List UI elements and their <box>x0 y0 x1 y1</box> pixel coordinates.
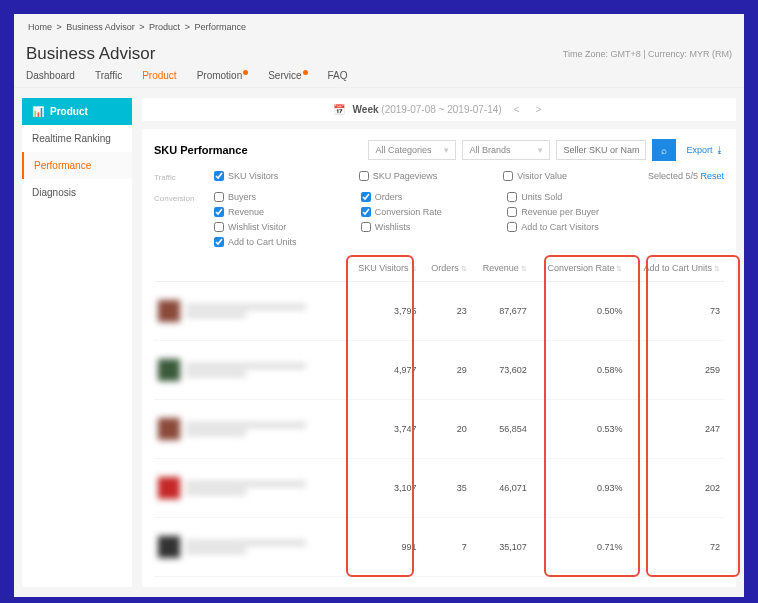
cell-atc: 73 <box>626 282 724 341</box>
notification-dot-icon <box>303 70 308 75</box>
cell-sku-visitors: 3,747 <box>344 400 421 459</box>
cell-revenue: 56,854 <box>471 400 531 459</box>
metric-checkbox-revenue-per-buyer[interactable]: Revenue per Buyer <box>507 207 654 217</box>
reset-link[interactable]: Reset <box>700 171 724 181</box>
cell-orders: 35 <box>421 459 471 518</box>
cell-conversion: 0.93% <box>531 459 627 518</box>
cell-atc: 202 <box>626 459 724 518</box>
sort-icon: ⇅ <box>411 265 417 272</box>
cell-sku-visitors: 991 <box>344 518 421 577</box>
sidebar-item-realtime-ranking[interactable]: Realtime Ranking <box>22 125 132 152</box>
cell-sku-visitors: 4,977 <box>344 341 421 400</box>
metric-checkbox-wishlists[interactable]: Wishlists <box>361 222 508 232</box>
table-row[interactable]: 3,7952387,6770.50%73 <box>154 282 724 341</box>
selected-count: Selected 5/5 Reset <box>648 171 724 182</box>
crumb: Performance <box>194 22 246 32</box>
cell-revenue: 73,602 <box>471 341 531 400</box>
chevron-down-icon: ▾ <box>538 145 543 155</box>
cell-sku-visitors: 3,795 <box>344 282 421 341</box>
date-selector-bar: 📅 Week (2019-07-08 ~ 2019-07-14) < > <box>142 98 736 121</box>
tab-service[interactable]: Service <box>268 70 307 87</box>
chart-icon: 📊 <box>32 106 44 117</box>
sort-icon: ⇅ <box>616 265 622 272</box>
page-title: Business Advisor <box>26 44 155 64</box>
col-revenue[interactable]: Revenue⇅ <box>471 255 531 282</box>
col-conversion-rate[interactable]: Conversion Rate⇅ <box>531 255 627 282</box>
app-window: Home > Business Advisor > Product > Perf… <box>14 14 744 597</box>
metric-checkbox-revenue[interactable]: Revenue <box>214 207 361 217</box>
brand-select[interactable]: All Brands▾ <box>462 140 550 160</box>
period-label[interactable]: Week <box>353 104 379 115</box>
product-cell <box>158 359 340 381</box>
crumb[interactable]: Business Advisor <box>66 22 135 32</box>
metric-checkbox-add-to-cart-units[interactable]: Add to Cart Units <box>214 237 361 247</box>
cell-revenue: 87,677 <box>471 282 531 341</box>
cell-sku-visitors: 3,107 <box>344 459 421 518</box>
table-row[interactable]: 4,9772973,6020.58%259 <box>154 341 724 400</box>
cell-revenue: 46,071 <box>471 459 531 518</box>
col-orders[interactable]: Orders⇅ <box>421 255 471 282</box>
sidebar: 📊 Product Realtime RankingPerformanceDia… <box>22 98 132 587</box>
timezone-info: Time Zone: GMT+8 | Currency: MYR (RM) <box>563 49 732 59</box>
product-cell <box>158 418 340 440</box>
crumb[interactable]: Product <box>149 22 180 32</box>
sort-icon: ⇅ <box>714 265 720 272</box>
crumb[interactable]: Home <box>28 22 52 32</box>
col-add-to-cart-units[interactable]: Add to Cart Units⇅ <box>626 255 724 282</box>
traffic-label: Traffic <box>154 171 214 182</box>
sort-icon: ⇅ <box>461 265 467 272</box>
sidebar-header: 📊 Product <box>22 98 132 125</box>
metric-checkbox-add-to-cart-visitors[interactable]: Add to Cart Visitors <box>507 222 654 232</box>
metric-checkbox-sku-visitors[interactable]: SKU Visitors <box>214 171 359 181</box>
chevron-down-icon: ▾ <box>444 145 449 155</box>
product-cell <box>158 536 340 558</box>
prev-period-button[interactable]: < <box>510 104 524 115</box>
table-row[interactable]: 3,7472056,8540.53%247 <box>154 400 724 459</box>
table-row[interactable]: 3,1073546,0710.93%202 <box>154 459 724 518</box>
tab-product[interactable]: Product <box>142 70 176 87</box>
sidebar-header-label: Product <box>50 106 88 117</box>
cell-orders: 7 <box>421 518 471 577</box>
search-icon: ⌕ <box>661 145 667 156</box>
conversion-label: Conversion <box>154 192 214 247</box>
product-cell <box>158 300 340 322</box>
notification-dot-icon <box>243 70 248 75</box>
product-thumb <box>158 359 180 381</box>
tab-traffic[interactable]: Traffic <box>95 70 122 87</box>
sku-table: SKU Visitors⇅Orders⇅Revenue⇅Conversion R… <box>154 255 724 577</box>
col-sku-visitors[interactable]: SKU Visitors⇅ <box>344 255 421 282</box>
metric-checkbox-visitor-value[interactable]: Visitor Value <box>503 171 648 181</box>
metric-checkbox-units-sold[interactable]: Units Sold <box>507 192 654 202</box>
product-cell <box>158 477 340 499</box>
table-row[interactable]: 991735,1070.71%72 <box>154 518 724 577</box>
calendar-icon: 📅 <box>333 104 345 115</box>
cell-orders: 20 <box>421 400 471 459</box>
export-link[interactable]: Export ⭳ <box>686 145 724 155</box>
sidebar-item-diagnosis[interactable]: Diagnosis <box>22 179 132 206</box>
cell-conversion: 0.50% <box>531 282 627 341</box>
metric-checkbox-orders[interactable]: Orders <box>361 192 508 202</box>
product-thumb <box>158 477 180 499</box>
tab-faq[interactable]: FAQ <box>328 70 348 87</box>
sku-performance-panel: SKU Performance All Categories▾ All Bran… <box>142 129 736 587</box>
breadcrumb: Home > Business Advisor > Product > Perf… <box>14 14 744 40</box>
cell-orders: 29 <box>421 341 471 400</box>
metric-checkbox-buyers[interactable]: Buyers <box>214 192 361 202</box>
sidebar-item-performance[interactable]: Performance <box>22 152 132 179</box>
panel-title: SKU Performance <box>154 144 362 156</box>
cell-atc: 247 <box>626 400 724 459</box>
next-period-button[interactable]: > <box>532 104 546 115</box>
tab-dashboard[interactable]: Dashboard <box>26 70 75 87</box>
sku-search-input[interactable] <box>556 140 646 160</box>
metric-checkbox-wishlist-visitor[interactable]: Wishlist Visitor <box>214 222 361 232</box>
tab-promotion[interactable]: Promotion <box>197 70 249 87</box>
category-select[interactable]: All Categories▾ <box>368 140 456 160</box>
cell-revenue: 35,107 <box>471 518 531 577</box>
cell-conversion: 0.58% <box>531 341 627 400</box>
search-button[interactable]: ⌕ <box>652 139 676 161</box>
cell-atc: 259 <box>626 341 724 400</box>
metric-checkbox-conversion-rate[interactable]: Conversion Rate <box>361 207 508 217</box>
cell-conversion: 0.71% <box>531 518 627 577</box>
metric-checkbox-sku-pageviews[interactable]: SKU Pageviews <box>359 171 504 181</box>
cell-atc: 72 <box>626 518 724 577</box>
